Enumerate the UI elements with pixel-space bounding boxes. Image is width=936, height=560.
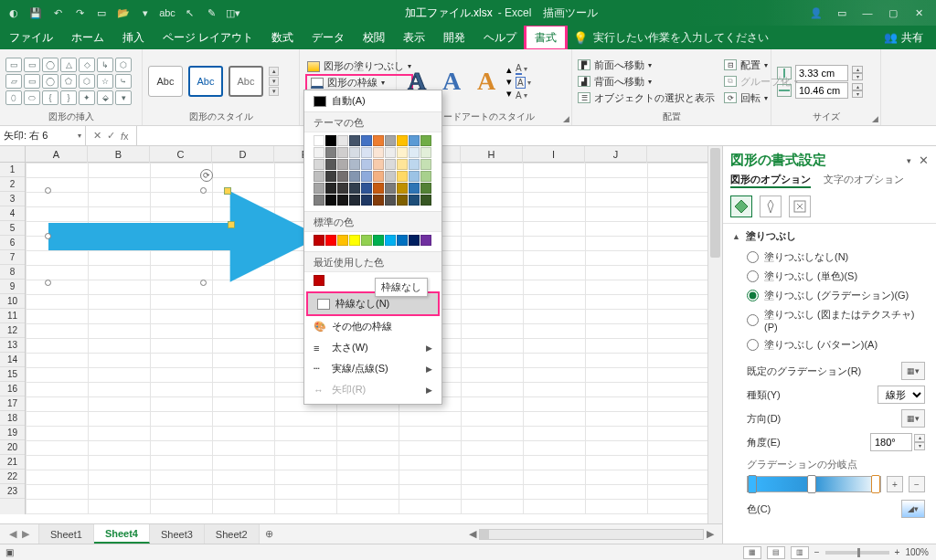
tab-layout[interactable]: ページ レイアウト: [154, 26, 262, 49]
maximize-icon[interactable]: ▢: [885, 5, 901, 21]
style-preset[interactable]: Abc: [188, 66, 223, 97]
adjust-handle[interactable]: [224, 187, 231, 195]
row-headers[interactable]: 1234567891011121314151617181920212223: [0, 163, 26, 514]
cancel-icon[interactable]: ✕: [93, 130, 101, 142]
gradient-direction[interactable]: 方向(D)▦▾: [723, 407, 936, 430]
outline-more-colors[interactable]: 🎨その他の枠線: [304, 316, 441, 337]
minimize-icon[interactable]: —: [859, 5, 876, 21]
theme-color-palette[interactable]: [304, 132, 441, 211]
zoom-slider[interactable]: [825, 551, 889, 555]
record-macro-icon[interactable]: ▣: [0, 547, 18, 557]
gradient-type[interactable]: 種類(Y)線形: [723, 383, 936, 407]
zoom-value[interactable]: 100%: [905, 547, 929, 557]
wordart-options[interactable]: A▾ A▾ A▾: [516, 63, 531, 100]
outline-arrows[interactable]: ↔矢印(R)▶: [304, 379, 441, 400]
fill-pattern-radio[interactable]: 塗りつぶし (パターン)(A): [747, 338, 927, 352]
zoom-out-icon[interactable]: −: [814, 547, 820, 557]
account-icon[interactable]: 👤: [808, 5, 824, 21]
gradient-color[interactable]: 色(C)◢▾: [723, 497, 936, 521]
gradient-stops[interactable]: + −: [747, 475, 925, 493]
save-icon[interactable]: 💾: [27, 5, 44, 21]
select-all-corner[interactable]: [0, 146, 26, 163]
cat-size-icon[interactable]: [789, 195, 811, 217]
view-page-layout-icon[interactable]: ▤: [767, 546, 785, 559]
ribbon-display-icon[interactable]: ▭: [834, 5, 850, 21]
selection-pane-button[interactable]: ☰オブジェクトの選択と表示: [578, 90, 715, 106]
dialog-launcher-icon[interactable]: ◢: [872, 114, 878, 123]
sheet-tab[interactable]: Sheet1: [39, 524, 94, 544]
autosave-icon[interactable]: ◐: [5, 5, 22, 21]
view-page-break-icon[interactable]: ▥: [791, 546, 809, 559]
dialog-launcher-icon[interactable]: ◢: [563, 114, 569, 123]
fill-section-toggle[interactable]: ▲塗りつぶし: [723, 224, 936, 248]
cat-fill-line-icon[interactable]: [730, 195, 752, 217]
gallery-scroll[interactable]: ▴▾▾: [269, 67, 279, 96]
new-icon[interactable]: ▭: [93, 5, 110, 21]
brush-icon[interactable]: ✎: [203, 5, 219, 21]
tell-me[interactable]: 💡 実行したい作業を入力してください: [573, 26, 871, 49]
vertical-scrollbar[interactable]: [707, 146, 722, 523]
outline-weight[interactable]: ≡太さ(W)▶: [304, 337, 441, 358]
enter-icon[interactable]: ✓: [107, 130, 115, 142]
preset-gradient[interactable]: 既定のグラデーション(R)▦▾: [723, 359, 936, 383]
tab-format[interactable]: 書式: [526, 26, 566, 49]
redo-icon[interactable]: ↷: [71, 5, 88, 21]
width-input[interactable]: ▴▾: [777, 82, 863, 99]
name-box[interactable]: 矢印: 右 6▾: [0, 126, 86, 145]
tab-review[interactable]: 校閲: [354, 26, 394, 49]
style-preset[interactable]: Abc: [229, 66, 263, 97]
gallery-scroll[interactable]: ▴▾▾: [506, 64, 512, 100]
style-preset[interactable]: Abc: [148, 66, 183, 97]
view-normal-icon[interactable]: ▦: [743, 546, 761, 559]
selected-shape-arrow[interactable]: ⟳: [48, 191, 321, 282]
shapes-gallery[interactable]: ▭▭◯△◇↳⬡ ▱▭◯⬠⬡☆⤷ ⬯⬭{}✦⬙▾: [5, 58, 132, 105]
zoom-in-icon[interactable]: +: [895, 547, 900, 557]
adjust-handle[interactable]: [228, 221, 235, 228]
tab-developer[interactable]: 開発: [434, 26, 474, 49]
zoom-control[interactable]: − + 100%: [814, 547, 929, 557]
standard-color-palette[interactable]: [304, 232, 441, 251]
tab-text-options[interactable]: 文字のオプション: [824, 173, 904, 188]
qat-more-icon[interactable]: ▾: [137, 5, 154, 21]
fx-icon[interactable]: fx: [121, 131, 129, 142]
add-sheet-button[interactable]: ⊕: [260, 524, 280, 544]
add-stop-icon[interactable]: +: [887, 476, 903, 492]
tab-insert[interactable]: 挿入: [113, 26, 154, 49]
outline-auto[interactable]: 自動(A): [304, 90, 441, 111]
pane-close-icon[interactable]: ✕: [919, 153, 929, 167]
fill-picture-radio[interactable]: 塗りつぶし (図またはテクスチャ)(P): [747, 308, 927, 333]
tab-formulas[interactable]: 数式: [262, 26, 303, 49]
remove-stop-icon[interactable]: −: [909, 476, 925, 492]
tab-file[interactable]: ファイル: [0, 26, 62, 49]
font-icon[interactable]: abc: [159, 5, 176, 21]
outline-dashes[interactable]: ┄実線/点線(S)▶: [304, 358, 441, 379]
bring-forward-button[interactable]: ▛前面へ移動 ▾: [578, 58, 715, 73]
cat-effects-icon[interactable]: [760, 195, 782, 217]
horizontal-scrollbar[interactable]: ◀▶: [466, 524, 722, 544]
close-icon[interactable]: ✕: [910, 5, 927, 21]
pane-options-icon[interactable]: ▾: [907, 156, 911, 165]
shape-style-gallery[interactable]: Abc Abc Abc ▴▾▾: [148, 66, 279, 97]
send-backward-button[interactable]: ▟背面へ移動 ▾: [578, 74, 715, 90]
tab-home[interactable]: ホーム: [62, 26, 113, 49]
tab-data[interactable]: データ: [303, 26, 354, 49]
fill-gradient-radio[interactable]: 塗りつぶし (グラデーション)(G): [747, 289, 927, 302]
sheet-nav[interactable]: ◀▶: [0, 524, 39, 544]
open-icon[interactable]: 📂: [115, 5, 132, 21]
undo-icon[interactable]: ↶: [49, 5, 66, 21]
sheet-tab[interactable]: Sheet4: [94, 524, 150, 544]
fill-none-radio[interactable]: 塗りつぶしなし(N): [747, 250, 927, 264]
tab-shape-options[interactable]: 図形のオプション: [730, 173, 811, 188]
tab-view[interactable]: 表示: [394, 26, 434, 49]
sheet-tab[interactable]: Sheet2: [205, 524, 260, 544]
height-input[interactable]: ▴▾: [777, 65, 863, 81]
formula-input[interactable]: [137, 126, 936, 145]
share-button[interactable]: 👥 共有: [871, 26, 936, 49]
rotate-handle[interactable]: ⟳: [200, 169, 213, 182]
color-icon[interactable]: ◫▾: [225, 5, 241, 21]
cursor-icon[interactable]: ↖: [181, 5, 197, 21]
gradient-angle[interactable]: 角度(E)▴▾: [723, 430, 936, 454]
tab-help[interactable]: ヘルプ: [474, 26, 526, 49]
fill-solid-radio[interactable]: 塗りつぶし (単色)(S): [747, 269, 927, 283]
sheet-tab[interactable]: Sheet3: [150, 524, 205, 544]
